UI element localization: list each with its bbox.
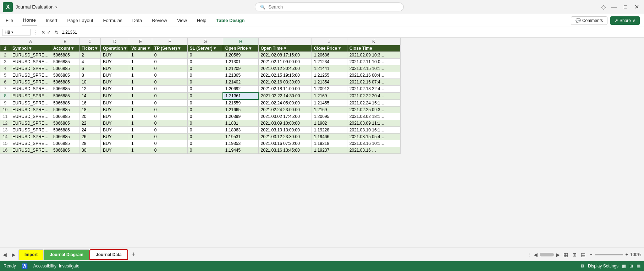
col-header-i[interactable]: I bbox=[258, 38, 312, 45]
cell-g16[interactable]: 0 bbox=[187, 147, 223, 154]
cell-f5[interactable]: 0 bbox=[152, 72, 187, 79]
cell-i9[interactable]: 2021.02.24 05:00:00 bbox=[258, 99, 312, 107]
title-dropdown-icon[interactable]: ∨ bbox=[55, 5, 57, 9]
row-num-5[interactable]: 5 bbox=[0, 72, 10, 79]
cell-c12[interactable]: 22 bbox=[79, 120, 101, 127]
row-num-16[interactable]: 16 bbox=[0, 147, 10, 154]
cell-g3[interactable]: 0 bbox=[187, 59, 223, 65]
cell-i2[interactable]: 2021.02.08 17:15:00 bbox=[258, 52, 312, 59]
zoom-in-icon[interactable]: ＋ bbox=[624, 251, 629, 258]
cell-i12[interactable]: 2021.03.09 10:00:00 bbox=[258, 120, 312, 127]
row-num-13[interactable]: 13 bbox=[0, 127, 10, 134]
cell-d2[interactable]: BUY bbox=[101, 52, 129, 59]
cell-d4[interactable]: BUY bbox=[101, 65, 129, 72]
ribbon-home[interactable]: Home bbox=[22, 15, 37, 26]
cell-k10[interactable]: 2021.02.25 09:3… bbox=[347, 107, 400, 113]
row-num-8[interactable]: 8 bbox=[0, 92, 10, 99]
close-button[interactable]: ✕ bbox=[632, 4, 641, 10]
cell-i16[interactable]: 2021.03.16 13:45:00 bbox=[258, 147, 312, 154]
cell-reference-box[interactable]: H8 ▾ bbox=[2, 29, 31, 36]
cell-i15[interactable]: 2021.03.16 07:30:00 bbox=[258, 140, 312, 147]
cell-d12[interactable]: BUY bbox=[101, 120, 129, 127]
cell-e15[interactable]: 1 bbox=[129, 140, 152, 147]
table-row[interactable]: 4EURUSD_SPRE…50668856BUY1001.212092021.0… bbox=[0, 65, 401, 72]
cell-f7[interactable]: 0 bbox=[152, 86, 187, 93]
table-row[interactable]: 6EURUSD_SPRE…506688510BUY1001.214022021.… bbox=[0, 79, 401, 86]
formula-input[interactable] bbox=[62, 30, 642, 35]
cell-j12[interactable]: 1.1902 bbox=[312, 120, 347, 127]
cell-g5[interactable]: 0 bbox=[187, 72, 223, 79]
header-volume[interactable]: Volume ▾ bbox=[129, 45, 152, 52]
sheet-area[interactable]: A B C D E F G H I J K 1 Symbol ▾ bbox=[0, 38, 644, 248]
comments-button[interactable]: 💬 Comments bbox=[571, 16, 607, 25]
table-row[interactable]: 5EURUSD_SPRE…50668858BUY1001.213652021.0… bbox=[0, 72, 401, 79]
accessibility-text[interactable]: Accessibility: Investigate bbox=[33, 264, 79, 269]
cell-e8[interactable]: 1 bbox=[129, 92, 152, 99]
row-num-6[interactable]: 6 bbox=[0, 79, 10, 86]
cell-f3[interactable]: 0 bbox=[152, 59, 187, 65]
cell-b7[interactable]: 5066885 bbox=[51, 86, 79, 93]
row-num-12[interactable]: 12 bbox=[0, 120, 10, 127]
cell-g14[interactable]: 0 bbox=[187, 134, 223, 140]
cell-k2[interactable]: 2021.02.09 10:3… bbox=[347, 52, 400, 59]
cell-c13[interactable]: 24 bbox=[79, 127, 101, 134]
maximize-button[interactable]: □ bbox=[622, 4, 629, 10]
cell-f6[interactable]: 0 bbox=[152, 79, 187, 86]
cell-a15[interactable]: EURUSD_SPRE… bbox=[10, 140, 51, 147]
display-settings-text[interactable]: Display Settings bbox=[588, 264, 618, 269]
cell-i4[interactable]: 2021.02.12 20:45:00 bbox=[258, 65, 312, 72]
cell-b5[interactable]: 5066885 bbox=[51, 72, 79, 79]
row-num-14[interactable]: 14 bbox=[0, 134, 10, 140]
cell-g12[interactable]: 0 bbox=[187, 120, 223, 127]
cell-h7[interactable]: 1.20692 bbox=[223, 86, 258, 93]
cell-k16[interactable]: 2021.03.16 … bbox=[347, 147, 400, 154]
cell-d11[interactable]: BUY bbox=[101, 113, 129, 120]
header-close-time[interactable]: Close Time bbox=[347, 45, 400, 52]
cancel-formula-icon[interactable]: ✕ bbox=[41, 29, 45, 35]
cell-k14[interactable]: 2021.03.15 05:4… bbox=[347, 134, 400, 140]
normal-view-icon[interactable]: ▦ bbox=[562, 251, 569, 258]
table-row[interactable]: 12EURUSD_SPRE…506688522BUY1001.18812021.… bbox=[0, 120, 401, 127]
cell-g10[interactable]: 0 bbox=[187, 107, 223, 113]
row-num-2[interactable]: 2 bbox=[0, 52, 10, 59]
page-layout-view-icon[interactable]: ⊞ bbox=[571, 251, 578, 258]
cell-e4[interactable]: 1 bbox=[129, 65, 152, 72]
cell-g13[interactable]: 0 bbox=[187, 127, 223, 134]
cell-a10[interactable]: EURUSD_SPRE… bbox=[10, 107, 51, 113]
row-num-10[interactable]: 10 bbox=[0, 107, 10, 113]
cell-h10[interactable]: 1.21665 bbox=[223, 107, 258, 113]
table-row[interactable]: 13EURUSD_SPRE…506688524BUY1001.189632021… bbox=[0, 127, 401, 134]
row-num-4[interactable]: 4 bbox=[0, 65, 10, 72]
tab-journal-data[interactable]: Journal Data bbox=[89, 249, 128, 260]
ribbon-view[interactable]: View bbox=[176, 15, 188, 26]
cell-i14[interactable]: 2021.03.12 23:30:00 bbox=[258, 134, 312, 140]
cell-e5[interactable]: 1 bbox=[129, 72, 152, 79]
table-row[interactable]: 2EURUSD_SPRE…50668852BUY1001.205692021.0… bbox=[0, 52, 401, 59]
ribbon-insert[interactable]: Insert bbox=[44, 15, 59, 26]
table-row[interactable]: 14EURUSD_SPRE…506688526BUY1001.195312021… bbox=[0, 134, 401, 140]
minimize-button[interactable]: — bbox=[609, 4, 619, 10]
ribbon-review[interactable]: Review bbox=[150, 15, 169, 26]
scroll-left-icon[interactable]: ◀ bbox=[534, 252, 538, 258]
cell-e11[interactable]: 1 bbox=[129, 113, 152, 120]
cell-j5[interactable]: 1.21255 bbox=[312, 72, 347, 79]
cell-g4[interactable]: 0 bbox=[187, 65, 223, 72]
row-num-9[interactable]: 9 bbox=[0, 99, 10, 107]
cell-c3[interactable]: 4 bbox=[79, 59, 101, 65]
col-header-f[interactable]: F bbox=[152, 38, 187, 45]
cell-c4[interactable]: 6 bbox=[79, 65, 101, 72]
cell-j14[interactable]: 1.19466 bbox=[312, 134, 347, 140]
cell-a9[interactable]: EURUSD_SPRE… bbox=[10, 99, 51, 107]
cell-f13[interactable]: 0 bbox=[152, 127, 187, 134]
cell-b15[interactable]: 5066885 bbox=[51, 140, 79, 147]
page-break-status-icon[interactable]: ▤ bbox=[637, 264, 640, 269]
normal-view-status-icon[interactable]: ▦ bbox=[622, 264, 626, 269]
cell-b12[interactable]: 5066885 bbox=[51, 120, 79, 127]
more-options-icon[interactable]: ⋮ bbox=[33, 29, 38, 35]
cell-d5[interactable]: BUY bbox=[101, 72, 129, 79]
cell-j9[interactable]: 1.21455 bbox=[312, 99, 347, 107]
cell-d10[interactable]: BUY bbox=[101, 107, 129, 113]
cell-b13[interactable]: 5066885 bbox=[51, 127, 79, 134]
cell-a13[interactable]: EURUSD_SPRE… bbox=[10, 127, 51, 134]
cell-d15[interactable]: BUY bbox=[101, 140, 129, 147]
